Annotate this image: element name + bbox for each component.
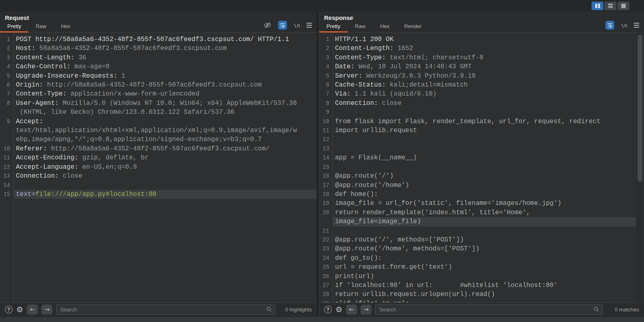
line-text: return render_template('index.html', tit…: [333, 208, 636, 217]
line-text: Accept-Encoding: gzip, deflate, br: [13, 153, 317, 162]
line-number: 19: [319, 199, 333, 208]
line-number: 1: [0, 35, 13, 44]
line-text: Accept:: [13, 117, 317, 126]
newline-symbol-icon[interactable]: \n: [621, 22, 627, 28]
code-line: 21: [319, 226, 644, 235]
line-number: 4: [319, 62, 333, 71]
line-number: 7: [0, 89, 13, 98]
line-text: def go_to():: [333, 254, 636, 263]
response-tab-hex[interactable]: Hex: [373, 21, 397, 32]
line-number: 17: [319, 181, 333, 190]
line-number: 9: [0, 117, 13, 126]
line-number: 15: [0, 190, 13, 199]
line-number: [319, 217, 333, 226]
word-wrap-button[interactable]: [605, 21, 614, 30]
line-number: 27: [319, 281, 333, 290]
response-editor[interactable]: 1HTTP/1.1 200 OK2Content-Length: 16523Co…: [319, 33, 644, 302]
search-prev-button[interactable]: ←: [27, 305, 38, 315]
line-text: Connection: close: [333, 99, 636, 108]
eye-off-icon[interactable]: [263, 22, 272, 28]
settings-gear-icon[interactable]: ⚙: [16, 306, 23, 313]
settings-gear-icon[interactable]: ⚙: [335, 306, 342, 313]
code-line: 1HTTP/1.1 200 OK: [319, 35, 644, 44]
line-number: 21: [319, 226, 333, 235]
code-line: 9: [319, 108, 644, 117]
line-text: Cache-Status: kali;detail=mismatch: [333, 80, 636, 89]
line-text: HTTP/1.1 200 OK: [333, 35, 636, 44]
line-number: 18: [319, 190, 333, 199]
request-editor-toolbar: \n: [263, 21, 312, 32]
line-text: text=file:///app/app.py#localhost:80: [13, 190, 317, 199]
response-tab-pretty[interactable]: Pretty: [319, 21, 348, 32]
top-toolbar: [0, 0, 644, 11]
line-number: 3: [319, 53, 333, 62]
search-field: [375, 305, 603, 315]
word-wrap-button[interactable]: [278, 21, 287, 30]
response-tab-raw[interactable]: Raw: [348, 21, 373, 32]
code-line: 11Accept-Encoding: gzip, deflate, br: [0, 153, 317, 162]
line-number: 5: [319, 72, 333, 80]
request-tab-pretty[interactable]: Pretty: [0, 21, 28, 32]
layout-toggle-group: [592, 2, 629, 10]
request-tab-hex[interactable]: Hex: [54, 21, 78, 32]
scrollbar-thumb[interactable]: [637, 35, 642, 181]
line-text: print(url): [333, 272, 636, 281]
line-text: import urllib.request: [333, 126, 636, 135]
code-line: 9Accept:: [0, 117, 317, 126]
line-text: return urllib.request.urlopen(url).read(…: [333, 290, 636, 299]
code-line: 5Server: Werkzeug/3.0.3 Python/3.9.19: [319, 72, 644, 80]
window-footer-strip: [0, 316, 644, 322]
view-single-button[interactable]: [618, 2, 629, 10]
request-tab-raw[interactable]: Raw: [28, 21, 54, 32]
rows-icon: [608, 4, 613, 8]
view-rows-button[interactable]: [605, 2, 616, 10]
line-number: 10: [319, 117, 333, 126]
code-line: 8User-Agent: Mozilla/5.0 (Windows NT 10.…: [0, 99, 317, 108]
line-text: def home():: [333, 190, 636, 199]
search-prev-button[interactable]: ←: [346, 305, 357, 315]
line-text: [333, 144, 636, 153]
search-next-button[interactable]: →: [41, 305, 52, 315]
line-number: 26: [319, 272, 333, 281]
response-tab-render[interactable]: Render: [397, 21, 429, 32]
line-number: 4: [0, 62, 13, 71]
view-columns-button[interactable]: [592, 2, 603, 10]
request-editor[interactable]: 1POST http://58a8a5a6-4352-48f2-855f-507…: [0, 33, 317, 302]
line-text: if 'localhost:80' in url: #whitelist 'lo…: [333, 281, 636, 290]
burp-message-viewer: Request Pretty Raw Hex \n 1PO: [0, 0, 644, 322]
help-icon[interactable]: ?: [5, 306, 13, 313]
code-line: 7Via: 1.1 kali (squid/6.10): [319, 89, 644, 98]
code-line: 13: [319, 144, 644, 153]
line-text: Connection: close: [13, 172, 317, 181]
code-line: 11import urllib.request: [319, 126, 644, 135]
code-line: 14: [0, 181, 317, 190]
line-number: 16: [319, 172, 333, 181]
code-line: 24def go_to():: [319, 254, 644, 263]
line-number: 9: [319, 108, 333, 117]
search-input[interactable]: [375, 305, 603, 315]
line-number: 13: [0, 172, 13, 181]
search-input[interactable]: [56, 305, 275, 315]
line-number: 20: [319, 208, 333, 217]
line-number: 8: [319, 99, 333, 108]
response-tabbar: Pretty Raw Hex Render \n: [319, 21, 644, 33]
line-text: [333, 226, 636, 235]
code-line: 2Host: 58a8a5a6-4352-48f2-855f-507ac6fee…: [0, 44, 317, 53]
code-line: 12: [319, 135, 644, 144]
request-panel: Request Pretty Raw Hex \n 1PO: [0, 11, 317, 316]
vertical-scrollbar[interactable]: [637, 33, 643, 302]
help-icon[interactable]: ?: [324, 306, 332, 313]
line-text: url = request.form.get('text'): [333, 263, 636, 272]
newline-symbol-icon[interactable]: \n: [294, 22, 300, 28]
line-number: [0, 126, 13, 135]
editor-menu-icon[interactable]: [307, 23, 312, 28]
line-text: Content-Type: text/html; charset=utf-8: [333, 53, 636, 62]
search-next-button[interactable]: →: [361, 305, 372, 315]
line-number: 6: [0, 80, 13, 89]
editor-menu-icon[interactable]: [634, 23, 639, 28]
line-text: app = Flask(__name__): [333, 153, 636, 162]
line-number: 10: [0, 144, 13, 153]
line-text: Content-Length: 1652: [333, 44, 636, 53]
response-panel: Response Pretty Raw Hex Render \n 1HTTP/…: [319, 11, 644, 316]
code-line: 19image_file = url_for('static', filenam…: [319, 199, 644, 208]
